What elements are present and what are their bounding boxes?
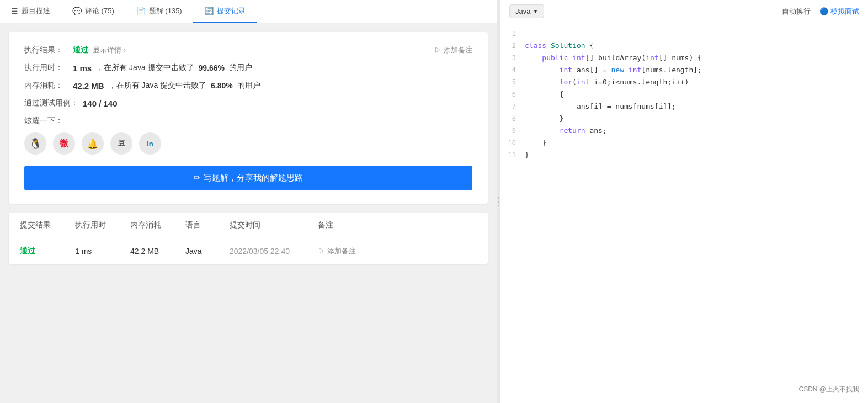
mock-label: 模拟面试 xyxy=(830,7,859,17)
col-memory: 内存消耗 xyxy=(130,220,185,230)
tab-submissions[interactable]: 🔄 提交记录 xyxy=(193,0,257,23)
bell-icon: 🔔 xyxy=(87,139,98,149)
tab-description-label: 题目描述 xyxy=(22,6,50,16)
code-line: 7 ans[i] = nums[nums[i]]; xyxy=(500,100,868,113)
code-text: class Solution { xyxy=(525,40,594,52)
tabs-bar: ☰ 题目描述 💬 评论 (75) 📄 题解 (135) 🔄 提交记录 xyxy=(0,0,497,23)
tab-description[interactable]: ☰ 题目描述 xyxy=(0,0,61,23)
exec-time-desc: ，在所有 Java 提交中击败了 xyxy=(96,63,194,73)
row-note-btn[interactable]: ▷ 添加备注 xyxy=(318,246,477,256)
wechat-btn[interactable]: 🐧 xyxy=(24,132,46,155)
mock-icon: 🔵 xyxy=(819,7,828,15)
code-area[interactable]: 12class Solution {3 public int[] buildAr… xyxy=(500,23,868,403)
code-text: for(int i=0;i<nums.length;i++) xyxy=(525,76,689,88)
exec-status: 通过 xyxy=(73,45,88,55)
col-submitted: 提交时间 xyxy=(230,220,318,230)
code-line: 4 int ans[] = new int[nums.length]; xyxy=(500,64,868,76)
tab-solutions[interactable]: 📄 题解 (135) xyxy=(125,0,193,23)
test-row: 通过测试用例： 140 / 140 xyxy=(24,98,472,108)
solutions-icon: 📄 xyxy=(136,7,146,15)
row-submitted: 2022/03/05 22:40 xyxy=(230,247,318,256)
exec-time-row: 执行用时： 1 ms ，在所有 Java 提交中击败了 99.66% 的用户 xyxy=(24,63,472,73)
linkedin-btn[interactable]: in xyxy=(139,132,161,155)
code-line: 9 return ans; xyxy=(500,125,868,137)
line-number: 8 xyxy=(505,113,525,125)
submission-table: 提交结果 执行用时 内存消耗 语言 提交时间 备注 通过 1 ms 42.2 M… xyxy=(9,213,488,264)
row-time: 1 ms xyxy=(75,247,130,256)
exec-time-label: 执行用时： xyxy=(24,63,68,73)
mem-label: 内存消耗： xyxy=(24,81,68,91)
code-text: { xyxy=(525,88,563,100)
line-number: 1 xyxy=(505,28,525,40)
code-line: 11} xyxy=(500,149,868,161)
table-header: 提交结果 执行用时 内存消耗 语言 提交时间 备注 xyxy=(9,213,488,238)
add-note-btn[interactable]: ▷ 添加备注 xyxy=(434,45,472,55)
comments-icon: 💬 xyxy=(72,7,82,15)
weibo-icon: 微 xyxy=(60,138,68,150)
linkedin-icon: in xyxy=(147,140,153,148)
exec-result-label: 执行结果： xyxy=(24,45,68,55)
row-status: 通过 xyxy=(20,246,75,256)
line-number: 3 xyxy=(505,52,525,64)
wechat-icon: 🐧 xyxy=(29,137,41,150)
col-note: 备注 xyxy=(318,220,477,230)
chevron-down-icon: ▼ xyxy=(532,8,538,14)
douban-icon: 豆 xyxy=(118,139,125,149)
col-status: 提交结果 xyxy=(20,220,75,230)
code-text: } xyxy=(525,113,563,125)
lang-label: Java xyxy=(515,7,530,15)
tab-submissions-label: 提交记录 xyxy=(217,6,246,16)
lang-selector[interactable]: Java ▼ xyxy=(509,4,544,18)
mem-desc: ，在所有 Java 提交中击败了 xyxy=(109,81,206,91)
watermark: CSDN @上火不找我 xyxy=(798,385,859,394)
exec-time-pct: 99.66% xyxy=(199,63,225,72)
line-number: 5 xyxy=(505,76,525,88)
editor-toolbar: Java ▼ 自动换行 🔵 模拟面试 xyxy=(500,0,868,23)
code-text: } xyxy=(525,149,529,161)
social-icons: 🐧 微 🔔 豆 in xyxy=(24,132,472,155)
line-number: 9 xyxy=(505,125,525,137)
code-line: 6 { xyxy=(500,88,868,100)
exec-result-row: 执行结果： 通过 显示详情 › ▷ 添加备注 xyxy=(24,45,472,55)
table-row: 通过 1 ms 42.2 MB Java 2022/03/05 22:40 ▷ … xyxy=(9,238,488,264)
row-lang: Java xyxy=(185,247,230,256)
auto-wrap-btn[interactable]: 自动换行 xyxy=(782,7,811,17)
right-panel: Java ▼ 自动换行 🔵 模拟面试 12class Solution {3 p… xyxy=(500,0,868,403)
left-panel: ☰ 题目描述 💬 评论 (75) 📄 题解 (135) 🔄 提交记录 执行结果：… xyxy=(0,0,497,403)
code-text: } xyxy=(525,137,546,149)
line-number: 2 xyxy=(505,40,525,52)
result-card: 执行结果： 通过 显示详情 › ▷ 添加备注 执行用时： 1 ms ，在所有 J… xyxy=(9,32,488,204)
code-line: 10 } xyxy=(500,137,868,149)
tab-comments[interactable]: 💬 评论 (75) xyxy=(61,0,125,23)
code-line: 1 xyxy=(500,28,868,40)
mem-suffix: 的用户 xyxy=(237,81,260,91)
submissions-icon: 🔄 xyxy=(204,7,214,15)
code-line: 3 public int[] buildArray(int[] nums) { xyxy=(500,52,868,64)
mem-value: 42.2 MB xyxy=(73,81,104,91)
dot1 xyxy=(498,197,499,199)
show-detail-link[interactable]: 显示详情 › xyxy=(93,45,126,55)
code-line: 5 for(int i=0;i<nums.length;i++) xyxy=(500,76,868,88)
mock-interview-btn[interactable]: 🔵 模拟面试 xyxy=(819,7,859,17)
code-text: int ans[] = new int[nums.length]; xyxy=(525,64,702,76)
dot3 xyxy=(498,205,499,206)
douban-btn[interactable]: 豆 xyxy=(110,132,132,155)
code-text: return ans; xyxy=(525,125,607,137)
code-line: 2class Solution { xyxy=(500,40,868,52)
weibo-btn[interactable]: 微 xyxy=(53,132,75,155)
write-solution-btn[interactable]: ✏ 写题解，分享我的解题思路 xyxy=(24,166,472,190)
col-lang: 语言 xyxy=(185,220,230,230)
col-time: 执行用时 xyxy=(75,220,130,230)
exec-time-suffix: 的用户 xyxy=(229,63,252,73)
code-text: ans[i] = nums[nums[i]]; xyxy=(525,100,676,113)
main-content: 执行结果： 通过 显示详情 › ▷ 添加备注 执行用时： 1 ms ，在所有 J… xyxy=(0,23,497,403)
line-number: 7 xyxy=(505,100,525,113)
bell-btn[interactable]: 🔔 xyxy=(82,132,104,155)
line-number: 10 xyxy=(505,137,525,149)
mem-row: 内存消耗： 42.2 MB ，在所有 Java 提交中击败了 6.80% 的用户 xyxy=(24,81,472,91)
line-number: 4 xyxy=(505,64,525,76)
code-text: public int[] buildArray(int[] nums) { xyxy=(525,52,702,64)
test-value: 140 / 140 xyxy=(83,99,118,108)
line-number: 11 xyxy=(505,149,525,161)
exec-time-value: 1 ms xyxy=(73,63,92,73)
